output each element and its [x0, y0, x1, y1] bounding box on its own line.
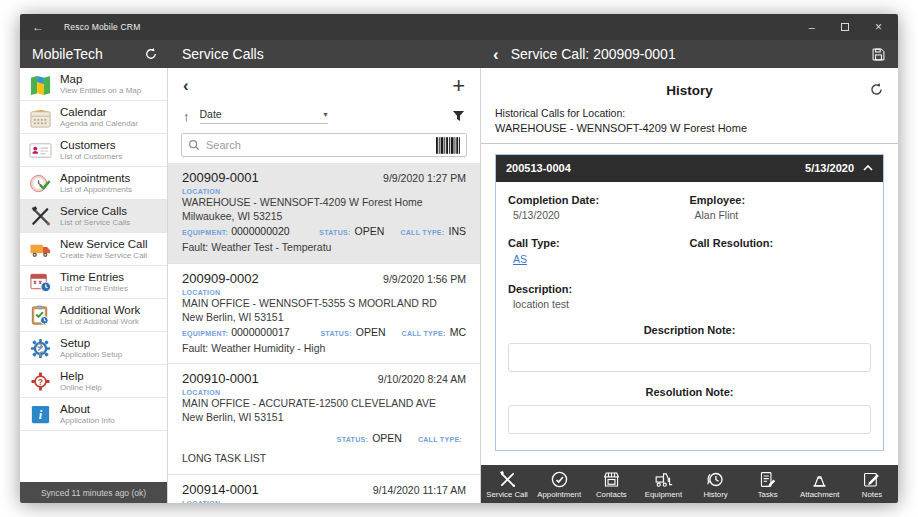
call-location: MAIN OFFICE - ACCURATE-12500 CLEVELAND A… [182, 396, 466, 410]
sidebar-item-label: Customers [60, 139, 122, 152]
appointments-icon [29, 172, 52, 195]
toolbar-contacts[interactable]: Contacts [585, 465, 637, 503]
sidebar-item-sublabel: List of Service Calls [60, 218, 130, 227]
service-call-list: 200909-00019/9/2020 1:27 PM LOCATION WAR… [168, 163, 480, 503]
sidebar-item-help[interactable]: ? HelpOnline Help [20, 365, 167, 398]
sidebar-item-sublabel: Create New Service Call [60, 251, 148, 260]
detail-panel-title: Service Call: 200909-0001 [511, 46, 676, 62]
resolution-note-section: Resolution Note: [508, 386, 871, 434]
description-note-input[interactable] [508, 343, 871, 372]
barcode-scan-icon[interactable] [436, 137, 460, 154]
sidebar-item-label: Setup [60, 337, 122, 350]
attachment-icon [810, 470, 829, 489]
historical-calls-heading: Historical Calls for Location: [495, 106, 884, 122]
call-resolution-label: Call Resolution: [690, 237, 872, 249]
sidebar-item-label: Map [60, 73, 141, 86]
time-entries-icon [29, 271, 52, 294]
refresh-history-icon[interactable] [869, 82, 884, 97]
sidebar-item-map[interactable]: MapView Entities on a Map [20, 68, 167, 101]
calendar-icon [29, 106, 52, 129]
about-icon: i [29, 403, 52, 426]
toolbar-equipment[interactable]: Equipment [637, 465, 689, 503]
save-icon[interactable] [871, 47, 886, 62]
sidebar-item-sublabel: Application Info [60, 416, 115, 425]
employee-label: Employee: [690, 194, 872, 206]
sidebar-item-sublabel: List of Additional Work [60, 317, 140, 326]
sidebar-item-appointments[interactable]: AppointmentsList of Appointments [20, 167, 167, 200]
call-id: 200909-0002 [182, 271, 259, 286]
resolution-note-input[interactable] [508, 405, 871, 434]
location-label: LOCATION [182, 188, 466, 195]
detail-back-icon[interactable]: ‹ [493, 46, 499, 63]
titlebar-back-icon[interactable]: ← [32, 21, 44, 33]
description-field: Description: location test [508, 283, 690, 310]
call-id: 200910-0001 [182, 371, 259, 386]
call-city: New Berlin, WI 53151 [182, 310, 466, 324]
sidebar-item-sublabel: View Entities on a Map [60, 86, 141, 95]
chevron-up-icon [863, 165, 873, 171]
call-type-label: CALL TYPE: [402, 330, 446, 337]
sidebar-item-label: Help [60, 370, 102, 383]
sidebar-item-sublabel: Online Help [60, 383, 102, 392]
app-window: ← Resco Mobile CRM – × MobileTech Servic… [20, 14, 898, 503]
sidebar-item-about[interactable]: i AboutApplication Info [20, 398, 167, 431]
call-datetime: 9/9/2020 1:27 PM [383, 172, 466, 184]
close-button[interactable]: × [875, 21, 882, 33]
call-type-field: Call Type: AS [508, 237, 690, 267]
sync-refresh-icon[interactable] [144, 47, 158, 61]
window-title: Resco Mobile CRM [64, 22, 140, 32]
search-input[interactable] [206, 139, 430, 151]
maximize-button[interactable] [841, 23, 849, 31]
call-type-label: CALL TYPE: [418, 436, 462, 443]
sort-field-dropdown[interactable]: Date ▾ [200, 108, 328, 124]
toolbar-notes[interactable]: Notes [846, 465, 898, 503]
call-type-link[interactable]: AS [513, 253, 527, 265]
sidebar-item-calendar[interactable]: CalendarAgenda and Calendar [20, 101, 167, 134]
detail-toolbar: Service Call Appointment Contacts Equipm… [481, 465, 898, 503]
service-call-icon [498, 470, 517, 489]
filter-icon[interactable] [452, 110, 465, 123]
add-service-call-button[interactable]: + [452, 75, 465, 97]
sidebar-item-sublabel: Agenda and Calendar [60, 119, 138, 128]
status-label: STATUS: [319, 229, 350, 236]
service-call-row[interactable]: 200909-00029/9/2020 1:56 PM LOCATION MAI… [168, 264, 480, 365]
tasks-icon [758, 470, 777, 489]
toolbar-tasks[interactable]: Tasks [742, 465, 794, 503]
chevron-down-icon: ▾ [323, 110, 327, 119]
list-panel-title: Service Calls [182, 46, 264, 62]
toolbar-appointment[interactable]: Appointment [533, 465, 585, 503]
service-calls-list-panel: ‹ + ↑ Date ▾ 200909-00019/9 [168, 68, 481, 503]
sidebar-item-customers[interactable]: CustomersList of Customers [20, 134, 167, 167]
sort-ascending-icon[interactable]: ↑ [183, 109, 190, 124]
status-label: STATUS: [337, 436, 368, 443]
list-back-icon[interactable]: ‹ [183, 76, 189, 96]
sidebar-item-time-entries[interactable]: Time EntriesList of Time Entries [20, 266, 167, 299]
equipment-icon [654, 470, 673, 489]
sidebar-item-additional-work[interactable]: Additional WorkList of Additional Work [20, 299, 167, 332]
sidebar-item-setup[interactable]: SetupApplication Setup [20, 332, 167, 365]
call-id: 200914-0001 [182, 482, 259, 497]
toolbar-service-call[interactable]: Service Call [481, 465, 533, 503]
search-icon [188, 139, 200, 151]
resolution-note-label: Resolution Note: [508, 386, 871, 398]
sidebar: MapView Entities on a Map CalendarAgenda… [20, 68, 168, 503]
sidebar-item-label: Time Entries [60, 271, 128, 284]
service-call-row[interactable]: 200910-00019/10/2020 8:24 AM LOCATION MA… [168, 364, 480, 475]
call-location: MAIN OFFICE - WENNSOFT-5355 S MOORLAND R… [182, 296, 466, 310]
call-type-label: CALL TYPE: [400, 229, 444, 236]
historical-call-card-header[interactable]: 200513-0004 5/13/2020 [496, 155, 883, 182]
toolbar-history[interactable]: History [690, 465, 742, 503]
sidebar-item-service-calls[interactable]: Service CallsList of Service Calls [20, 200, 167, 233]
service-call-row[interactable]: 200914-00019/14/2020 11:17 AM LOCATION M… [168, 475, 480, 503]
call-id: 200909-0001 [182, 170, 259, 185]
toolbar-attachment[interactable]: Attachment [794, 465, 846, 503]
sidebar-item-label: Appointments [60, 172, 132, 185]
help-icon: ? [29, 370, 52, 393]
status-value: OPEN [355, 225, 385, 237]
sidebar-item-label: Calendar [60, 106, 138, 119]
service-call-row[interactable]: 200909-00019/9/2020 1:27 PM LOCATION WAR… [168, 163, 480, 264]
sidebar-item-new-service-call[interactable]: New Service CallCreate New Service Call [20, 233, 167, 266]
sidebar-item-sublabel: Application Setup [60, 350, 122, 359]
minimize-button[interactable]: – [809, 22, 815, 33]
sidebar-item-label: Additional Work [60, 304, 140, 317]
